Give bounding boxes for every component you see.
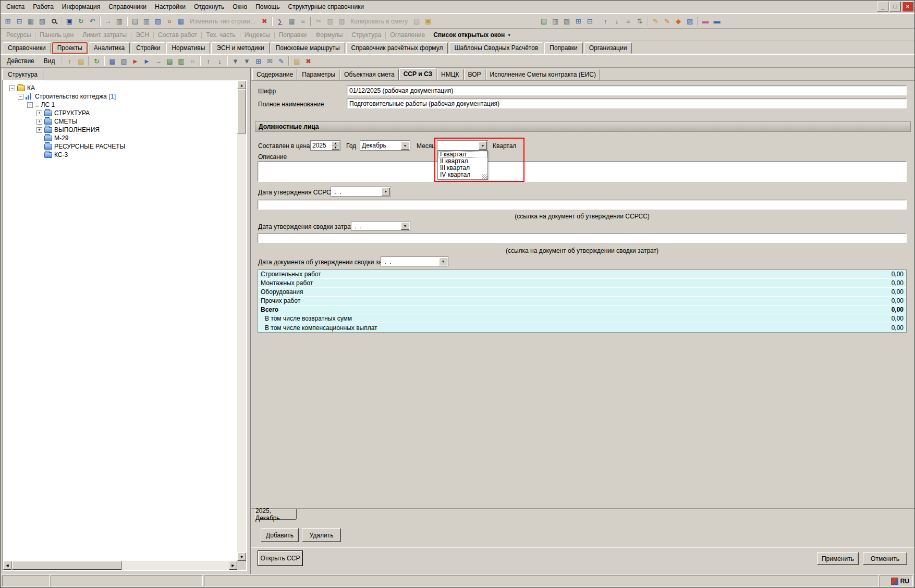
cut-icon[interactable]: ✂	[313, 16, 324, 27]
chart-bars-icon[interactable]: ▦	[106, 56, 118, 66]
clipboard-icon[interactable]: ▣	[422, 16, 434, 27]
export-page-icon[interactable]: →	[152, 56, 164, 66]
sort-ascending-icon[interactable]: ↑	[600, 16, 611, 27]
tree-node-label[interactable]: Строительство коттеджа	[35, 93, 107, 100]
go-up-level-icon[interactable]: ↑	[64, 56, 75, 66]
add-structure-icon[interactable]: ⊞	[2, 16, 14, 27]
report-icon[interactable]: ▤	[538, 16, 550, 27]
row-properties-icon[interactable]: ▧	[152, 16, 164, 27]
resize-grip[interactable]	[482, 174, 487, 179]
horizontal-scroll-thumb[interactable]	[12, 561, 121, 570]
tab-poiskovye-marshruty[interactable]: Поисковые маршруты	[271, 42, 345, 54]
close-button[interactable]: ×	[902, 2, 913, 11]
grid-add-icon[interactable]: ⊞	[252, 56, 264, 66]
add-button[interactable]: Добавить	[261, 528, 299, 542]
code-field[interactable]: 01/12/2025 (рабочая документация)	[347, 85, 907, 95]
search-icon[interactable]	[48, 16, 59, 27]
month-combobox[interactable]: Декабрь ▼	[360, 140, 410, 151]
tree-node-struktura[interactable]: + СТРУКТУРА	[3, 109, 237, 117]
chevron-down-icon[interactable]: ▼	[401, 222, 409, 230]
swap-rows-icon[interactable]: ⇅	[634, 16, 645, 27]
tab-ssr-i-sz[interactable]: ССР и СЗ	[399, 68, 436, 80]
chevron-down-icon[interactable]: ▼	[382, 188, 390, 195]
mail-icon[interactable]: ✉	[264, 56, 275, 66]
clock-icon[interactable]: ○	[187, 56, 198, 66]
copy-icon[interactable]: ▥	[324, 16, 336, 27]
tab-struktura[interactable]: Структура	[2, 69, 43, 80]
tab-normativy[interactable]: Нормативы	[166, 42, 210, 54]
undo-icon[interactable]: ↶	[87, 16, 98, 27]
tab-proekty[interactable]: Проекты	[52, 42, 88, 54]
folder-view-icon[interactable]: ▤	[75, 56, 87, 66]
calculation-icon[interactable]: ▦	[286, 16, 297, 27]
scroll-down-icon[interactable]: ▼	[237, 553, 246, 561]
move-down-icon[interactable]: ↓	[214, 56, 225, 66]
svodka-doc-date-combobox[interactable]: . . ▼	[381, 256, 448, 266]
tree-vertical-scrollbar[interactable]: ▲ ▼	[237, 81, 246, 561]
collapse-structure-icon[interactable]: ⊟	[14, 16, 25, 27]
scroll-right-icon[interactable]: ▶	[229, 561, 237, 570]
paste-icon[interactable]: ▨	[336, 16, 347, 27]
tab-analitika[interactable]: Аналитика	[89, 42, 130, 54]
book-alt-icon[interactable]: ▥	[175, 56, 187, 66]
tree-node-vypolneniya[interactable]: + ВЫПОЛНЕНИЯ	[3, 126, 237, 134]
scroll-up-icon[interactable]: ▲	[237, 81, 246, 89]
chart-alt-icon[interactable]: ▧	[118, 56, 129, 66]
tab-spravochniki[interactable]: Справочники	[3, 42, 51, 54]
tab-ispolnenie-smety-kontrakta-eis[interactable]: Исполнение Сметы контракта (ЕИС)	[486, 69, 600, 80]
paste-special-icon[interactable]: ▤	[411, 16, 422, 27]
insert-row-icon[interactable]: ▤	[129, 16, 141, 27]
spin-down-icon[interactable]: ▼	[332, 145, 339, 150]
tab-parametry[interactable]: Параметры	[298, 69, 339, 80]
menu-pomosch[interactable]: Помощь	[252, 1, 283, 13]
format-icon[interactable]: ▨	[684, 16, 696, 27]
document-in-icon[interactable]: ▧	[561, 16, 572, 27]
currency-icon[interactable]: ¤	[164, 16, 175, 27]
quarter-combobox[interactable]: ▼	[437, 140, 488, 151]
list-icon[interactable]: ≡	[623, 16, 634, 27]
tree-node-label[interactable]: РЕСУРСНЫЕ РАСЧЕТЫ	[54, 143, 125, 150]
collapse-expander-icon[interactable]: −	[9, 85, 15, 91]
expand-expander-icon[interactable]: +	[36, 127, 42, 133]
hierarchy-collapse-icon[interactable]: ⊟	[584, 16, 595, 27]
filter-icon[interactable]: ▼	[241, 56, 252, 66]
highlight-yellow-icon[interactable]: ✎	[650, 16, 661, 27]
tree-node-ls1[interactable]: − ≡ ЛС 1	[3, 101, 237, 109]
year-spinner[interactable]: 2025 ▲ ▼	[310, 140, 340, 151]
collapse-expander-icon[interactable]: −	[18, 94, 23, 100]
tab-nmck[interactable]: НМЦК	[437, 69, 463, 80]
delete-button[interactable]: Удалить	[302, 528, 341, 542]
flag-blue-icon[interactable]: ►	[141, 56, 152, 66]
tab-soderzhanie[interactable]: Содержание	[252, 69, 297, 80]
tree-node-label[interactable]: СТРУКТУРА	[54, 109, 90, 117]
tab-shablony-svodnyh-raschetov[interactable]: Шаблоны Сводных Расчётов	[449, 42, 543, 54]
tab-obektnaya-smeta[interactable]: Объектная смета	[340, 69, 399, 80]
refresh-tree-icon[interactable]: ↻	[91, 56, 102, 66]
full-name-field[interactable]: Подготовительные работы (рабочая докумен…	[347, 99, 907, 108]
dropdown-option-quarter-4[interactable]: IV квартал	[438, 172, 487, 178]
eraser-icon[interactable]: ◆	[673, 16, 684, 27]
tree-node-label[interactable]: ВЫПОЛНЕНИЯ	[54, 126, 100, 133]
tab-vor[interactable]: ВОР	[464, 69, 485, 80]
spin-up-icon[interactable]: ▲	[332, 141, 339, 145]
svodka-link-field[interactable]	[258, 233, 907, 243]
layers-pink-icon[interactable]: ▬	[700, 16, 711, 27]
tree-node-label[interactable]: КС-3	[54, 151, 68, 158]
menu-otdohnut[interactable]: Отдохнуть	[190, 1, 228, 13]
tree-node-resursnye-raschety[interactable]: РЕСУРСНЫЕ РАСЧЕТЫ	[3, 142, 237, 151]
grid-edit-icon[interactable]: ✎	[275, 56, 287, 66]
close-view-icon[interactable]: ✖	[302, 56, 314, 66]
vertical-scroll-thumb[interactable]	[237, 90, 246, 133]
card-view-icon[interactable]: ▧	[36, 16, 48, 27]
ssrcc-link-field[interactable]	[258, 200, 907, 210]
tree-horizontal-scrollbar[interactable]: ◀ ▶	[3, 561, 237, 570]
apply-button[interactable]: Применить	[817, 552, 859, 565]
svodka-date-combobox[interactable]: . . ▼	[351, 221, 410, 231]
sort-descending-icon[interactable]: ↓	[611, 16, 623, 27]
collapse-expander-icon[interactable]: −	[27, 102, 33, 108]
copy-row-icon[interactable]: ▥	[141, 16, 152, 27]
highlight-orange-icon[interactable]: ✎	[661, 16, 673, 27]
tree-node-label[interactable]: КА	[27, 84, 35, 92]
tab-spravochnik-raschetnyh-formul[interactable]: Справочник расчётных формул	[346, 42, 448, 54]
flag-red-icon[interactable]: ►	[129, 56, 141, 66]
